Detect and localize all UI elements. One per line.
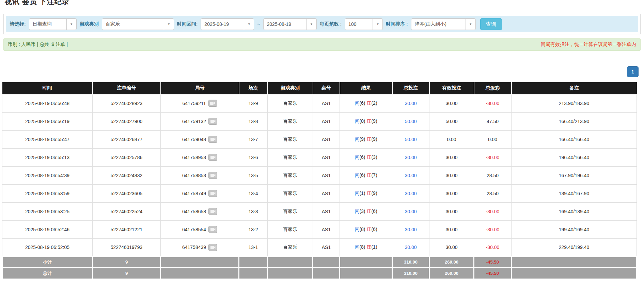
total-bet-link[interactable]: 50.00	[405, 137, 417, 142]
cell-table-no: AS1	[313, 184, 340, 202]
cell-time: 2025-08-19 06:56:48	[2, 94, 93, 112]
cell-result: 闲(6) 庄(3)	[340, 148, 392, 166]
table-row: 2025-08-19 06:53:25 522746022524 6417586…	[2, 202, 637, 220]
cell-valid-bet: 30.00	[429, 94, 474, 112]
video-replay-icon[interactable]	[208, 118, 217, 125]
round-number: 641759132	[182, 119, 206, 124]
result-player-label: 闲	[355, 244, 359, 250]
pagination-page-1[interactable]: 1	[627, 66, 639, 77]
sort-order-select[interactable]: 降幂(由大到小) ▼	[411, 18, 476, 30]
result-banker-score: (9)	[371, 136, 377, 142]
result-banker-label: 庄	[366, 208, 371, 214]
cell-result: 闲(1) 庄(9)	[340, 184, 392, 202]
column-header: 局号	[161, 82, 239, 94]
cell-result: 闲(0) 庄(9)	[340, 112, 392, 130]
total-bet-link[interactable]: 30.00	[405, 245, 417, 250]
total-bet-link[interactable]: 30.00	[405, 227, 417, 232]
cell-valid-bet: 30.00	[429, 202, 474, 220]
chevron-down-icon: ▼	[307, 19, 316, 30]
result-banker-label: 庄	[366, 100, 371, 106]
result-player-label: 闲	[355, 100, 359, 106]
video-replay-icon[interactable]	[208, 100, 217, 107]
cell-valid-bet: 30.00	[429, 184, 474, 202]
totals-count: 9	[93, 268, 161, 279]
cell-session: 13-3	[239, 202, 268, 220]
result-banker-score: (3)	[371, 154, 377, 160]
cell-time: 2025-08-19 06:56:19	[2, 112, 93, 130]
total-bet-link[interactable]: 30.00	[405, 191, 417, 196]
date-from-value: 2025-08-19	[201, 19, 244, 30]
cell-round: 641758658	[161, 202, 239, 220]
video-replay-icon[interactable]	[208, 136, 217, 143]
cell-round: 641758853	[161, 166, 239, 184]
cell-game-type: 百家乐	[268, 94, 313, 112]
result-banker-score: (9)	[371, 190, 377, 196]
cell-total-bet: 30.00	[392, 94, 429, 112]
pagination: 1	[0, 66, 639, 77]
cell-payout: 28.50	[474, 166, 512, 184]
query-type-select[interactable]: 日期查询 ▼	[29, 18, 77, 30]
cell-session: 13-9	[239, 94, 268, 112]
summary-bar: 币别 : 人民币 | 总共 :9 注单 | 同局有效投注，统一计算在该局第一张注…	[3, 38, 641, 51]
result-banker-score: (1)	[371, 244, 377, 250]
result-banker-label: 庄	[366, 227, 371, 232]
cell-table-no: AS1	[313, 166, 340, 184]
page-size-label: 每页笔数 :	[320, 21, 342, 27]
total-bet-link[interactable]: 30.00	[405, 101, 417, 106]
result-player-score: (9)	[359, 136, 365, 142]
cell-game-type: 百家乐	[268, 130, 313, 148]
cell-total-bet: 30.00	[392, 184, 429, 202]
cell-remark: 199.40/169.40	[512, 220, 637, 238]
totals-valid-bet: 260.00	[429, 268, 474, 279]
cell-game-type: 百家乐	[268, 220, 313, 238]
page-size-select[interactable]: 100 ▼	[345, 18, 383, 30]
cell-payout: -30.00	[474, 220, 512, 238]
result-banker-score: (9)	[371, 118, 377, 124]
total-bet-link[interactable]: 30.00	[405, 173, 417, 178]
cell-bet-id: 522746028923	[93, 94, 161, 112]
cell-session: 13-1	[239, 238, 268, 256]
search-button[interactable]: 查询	[480, 18, 502, 30]
video-replay-icon[interactable]	[208, 190, 217, 197]
result-player-score: (1)	[359, 190, 365, 196]
date-to-select[interactable]: 2025-08-19 ▼	[263, 18, 317, 30]
video-replay-icon[interactable]	[208, 244, 217, 251]
total-bet-link[interactable]: 50.00	[405, 119, 417, 124]
game-type-select[interactable]: 百家乐 ▼	[102, 18, 174, 30]
video-replay-icon[interactable]	[208, 226, 217, 233]
cell-session: 13-2	[239, 220, 268, 238]
table-row: 2025-08-19 06:53:59 522746023605 6417587…	[2, 184, 637, 202]
video-replay-icon[interactable]	[208, 208, 217, 215]
date-to-value: 2025-08-19	[264, 19, 307, 30]
result-player-label: 闲	[355, 172, 359, 178]
column-header: 注单编号	[93, 82, 161, 94]
total-bet-link[interactable]: 30.00	[405, 155, 417, 160]
result-player-label: 闲	[355, 136, 359, 142]
sort-order-value: 降幂(由大到小)	[411, 19, 466, 30]
cell-bet-id: 522746019793	[93, 238, 161, 256]
cell-result: 闲(8) 庄(6)	[340, 220, 392, 238]
cell-valid-bet: 30.00	[429, 220, 474, 238]
cell-session: 13-5	[239, 166, 268, 184]
cell-payout: -30.00	[474, 94, 512, 112]
cell-total-bet: 30.00	[392, 166, 429, 184]
subtotal-row: 小计 9 310.00 260.00 -45.50	[2, 256, 637, 268]
page-size-value: 100	[345, 19, 373, 30]
cell-round: 641759211	[161, 94, 239, 112]
date-from-select[interactable]: 2025-08-19 ▼	[201, 18, 254, 30]
total-bet-link[interactable]: 30.00	[405, 209, 417, 214]
video-replay-icon[interactable]	[208, 172, 217, 179]
result-player-score: (8)	[359, 244, 365, 250]
cell-remark: 229.40/199.40	[512, 238, 637, 256]
currency-total-text: 币别 : 人民币 | 总共 :9 注单 |	[8, 41, 68, 48]
cell-total-bet: 30.00	[392, 148, 429, 166]
video-replay-icon[interactable]	[208, 154, 217, 161]
cell-round: 641758439	[161, 238, 239, 256]
cell-session: 13-7	[239, 130, 268, 148]
chevron-down-icon: ▼	[164, 19, 174, 30]
range-separator: ~	[257, 21, 260, 27]
cell-payout: -30.00	[474, 202, 512, 220]
valid-bet-note: 同局有效投注，统一计算在该局第一张注单内	[541, 41, 636, 48]
result-player-label: 闲	[355, 190, 359, 196]
cell-time: 2025-08-19 06:52:46	[2, 220, 93, 238]
